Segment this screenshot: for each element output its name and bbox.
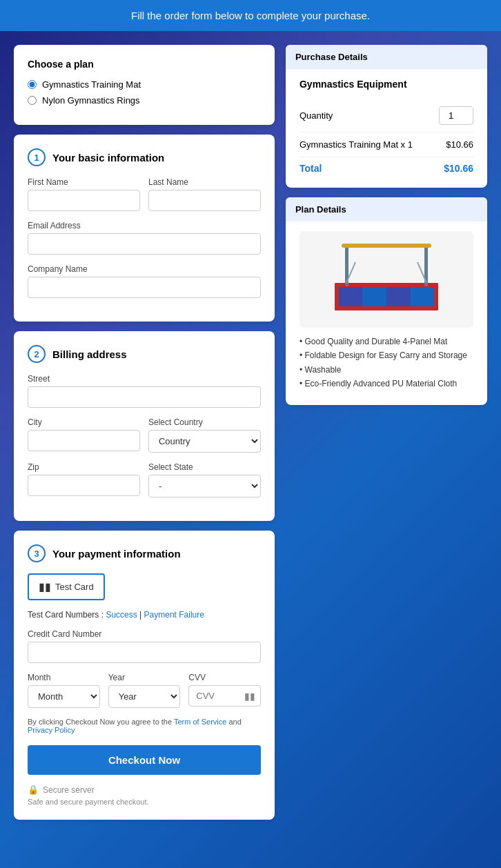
tos-link[interactable]: Term of Service	[174, 718, 226, 726]
first-name-group: First Name	[28, 177, 140, 211]
city-country-row: City Select Country Country United State…	[28, 417, 261, 453]
card-icon: ▮▮	[39, 580, 51, 593]
plan-radio-rings[interactable]	[28, 96, 37, 105]
country-label: Select Country	[148, 417, 261, 427]
feature-item-2: Washable	[299, 363, 473, 377]
company-label: Company Name	[28, 264, 261, 274]
total-price: $10.66	[444, 163, 473, 174]
quantity-row: Quantity	[299, 99, 473, 132]
zip-input[interactable]	[28, 475, 140, 496]
svg-rect-9	[434, 283, 438, 310]
choose-plan-title: Choose a plan	[28, 59, 261, 70]
plan-option-mat[interactable]: Gymnastics Training Mat	[28, 79, 261, 90]
plan-label-mat: Gymnastics Training Mat	[42, 79, 141, 90]
billing-address-card: 2 Billing address Street City Select Cou…	[14, 331, 275, 521]
header-text: Fill the order form below to complete yo…	[131, 10, 370, 21]
safe-text: Safe and secure payment checkout.	[28, 798, 261, 806]
street-group: Street	[28, 374, 261, 408]
city-input[interactable]	[28, 430, 140, 451]
checkout-button[interactable]: Checkout Now	[28, 745, 261, 775]
svg-rect-4	[386, 284, 411, 309]
year-group: Year Year 2024 2025 2026 2027 2028	[108, 673, 181, 708]
basic-info-header: 1 Your basic information	[28, 148, 261, 166]
city-group: City	[28, 417, 140, 453]
month-select[interactable]: Month 01 02 03 04 05 06 07 08 09 10 11 1…	[28, 685, 100, 708]
lock-icon: 🔒	[28, 785, 39, 795]
zip-group: Zip	[28, 462, 140, 497]
month-year-cvv-row: Month Month 01 02 03 04 05 06 07 08 09 1…	[28, 673, 261, 708]
last-name-input[interactable]	[148, 190, 261, 211]
success-link[interactable]: Success	[106, 610, 137, 620]
test-card-tab[interactable]: ▮▮ Test Card	[28, 573, 105, 600]
first-name-input[interactable]	[28, 190, 140, 211]
payment-info-card: 3 Your payment information ▮▮ Test Card …	[14, 531, 275, 820]
last-name-label: Last Name	[148, 177, 261, 187]
plan-option-rings[interactable]: Nylon Gymnastics Rings	[28, 95, 261, 106]
secure-server-row: 🔒 Secure server	[28, 785, 261, 795]
svg-rect-5	[411, 284, 435, 309]
failure-link[interactable]: Payment Failure	[144, 610, 204, 620]
feature-item-3: Eco-Friendly Advanced PU Material Cloth	[299, 377, 473, 391]
step-circle-2: 2	[28, 345, 46, 363]
svg-rect-8	[335, 283, 339, 310]
svg-rect-3	[362, 284, 386, 309]
street-row: Street	[28, 374, 261, 408]
first-name-label: First Name	[28, 177, 140, 187]
email-group: Email Address	[28, 221, 261, 255]
company-group: Company Name	[28, 264, 261, 298]
year-label: Year	[108, 673, 181, 682]
cc-number-input[interactable]	[28, 642, 261, 663]
company-input[interactable]	[28, 277, 261, 298]
plan-image	[299, 231, 473, 328]
plan-details-title: Plan Details	[295, 204, 346, 215]
cc-number-row: Credit Card Number	[28, 629, 261, 663]
last-name-group: Last Name	[148, 177, 261, 211]
plan-label-rings: Nylon Gymnastics Rings	[42, 95, 140, 106]
purchase-details-header: Purchase Details	[286, 45, 487, 69]
purchase-details-title: Purchase Details	[295, 52, 368, 62]
feature-list: Good Quality and Durable 4-Panel Mat Fol…	[299, 335, 473, 391]
test-numbers-row: Test Card Numbers : Success | Payment Fa…	[28, 610, 261, 620]
step-circle-1: 1	[28, 148, 46, 166]
email-input[interactable]	[28, 233, 261, 255]
plan-radio-mat[interactable]	[28, 80, 37, 89]
email-label: Email Address	[28, 221, 261, 230]
year-select[interactable]: Year 2024 2025 2026 2027 2028	[108, 685, 181, 708]
zip-label: Zip	[28, 462, 140, 472]
feature-item-0: Good Quality and Durable 4-Panel Mat	[299, 335, 473, 348]
privacy-link[interactable]: Privacy Policy	[28, 726, 75, 734]
month-group: Month Month 01 02 03 04 05 06 07 08 09 1…	[28, 673, 100, 708]
street-label: Street	[28, 374, 261, 384]
zip-state-row: Zip Select State - California New York T…	[28, 462, 261, 497]
svg-rect-6	[335, 283, 438, 287]
plan-details-card: Plan Details	[286, 197, 487, 405]
item-row: Gymnastics Training Mat x 1 $10.66	[299, 132, 473, 157]
terms-and: and	[228, 718, 241, 726]
terms-text: By clicking Checkout Now you agree to th…	[28, 718, 261, 734]
step-circle-3: 3	[28, 544, 46, 562]
quantity-input[interactable]	[439, 106, 473, 125]
item-price: $10.66	[446, 139, 473, 150]
secure-label: Secure server	[43, 785, 95, 795]
cvv-group: CVV ▮▮	[188, 673, 261, 708]
company-row: Company Name	[28, 264, 261, 298]
total-row: Total $10.66	[299, 157, 473, 174]
state-label: Select State	[148, 462, 261, 472]
street-input[interactable]	[28, 386, 261, 408]
month-label: Month	[28, 673, 100, 682]
cvv-label: CVV	[188, 673, 261, 682]
basic-info-title: Your basic information	[52, 152, 164, 164]
city-label: City	[28, 417, 140, 427]
product-title: Gymnastics Equipment	[299, 79, 473, 90]
feature-item-1: Foldable Design for Easy Carry and Stora…	[299, 348, 473, 362]
billing-title: Billing address	[52, 348, 127, 360]
country-select[interactable]: Country United States United Kingdom Can…	[148, 430, 261, 453]
choose-plan-card: Choose a plan Gymnastics Training Mat Ny…	[14, 45, 275, 125]
state-select[interactable]: - California New York Texas	[148, 475, 261, 497]
purchase-details-card: Purchase Details Gymnastics Equipment Qu…	[286, 45, 487, 188]
billing-header: 2 Billing address	[28, 345, 261, 363]
state-group: Select State - California New York Texas	[148, 462, 261, 497]
gymnastics-mat-svg	[324, 235, 449, 324]
plan-details-header: Plan Details	[286, 197, 487, 221]
quantity-label: Quantity	[299, 110, 333, 121]
